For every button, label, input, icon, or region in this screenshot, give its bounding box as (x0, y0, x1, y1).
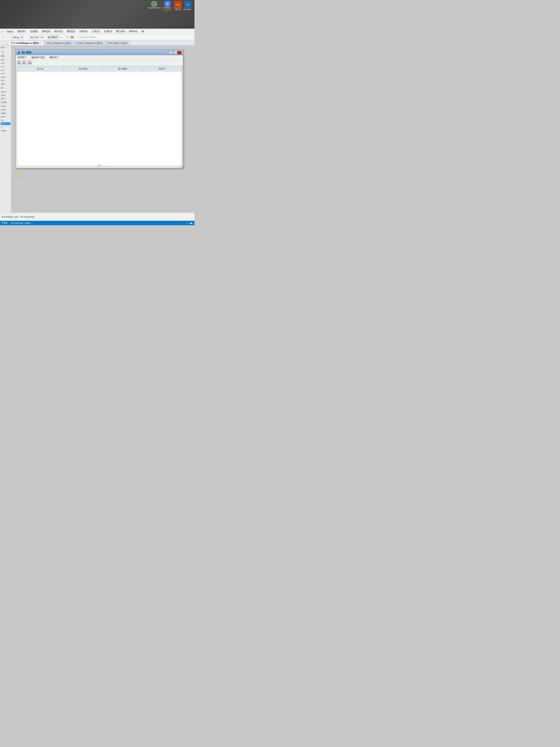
save-icon[interactable]: 💾 (71, 36, 74, 39)
status-icon-play[interactable]: ◀▶ (189, 222, 193, 224)
tab-company[interactable]: Form_company.cs [设计] (44, 41, 73, 45)
sidebar-item-ytim[interactable]: yTim (1, 94, 10, 97)
sidebar-item-eava[interactable]: e Ava (1, 105, 10, 108)
form-close-btn[interactable]: ✕ (178, 51, 181, 54)
grid-body (17, 71, 182, 165)
menu-git[interactable]: Git(G) (6, 30, 14, 33)
pause-icon[interactable]: ⏸ (60, 36, 63, 39)
menu-test[interactable]: 测试(S) (66, 29, 76, 33)
sidebar-item-work[interactable]: 工作表 (1, 101, 10, 104)
bottom-item-menustrip[interactable]: ⊞ menuStrip1 (21, 215, 35, 218)
debug-config-select[interactable]: Debug (11, 35, 24, 39)
sidebar-item-tec4[interactable]: te C (1, 69, 10, 72)
toolbar-separator-1: ▾ (8, 36, 9, 38)
main-area: 📌 ✕ 🔍 - 精度 te C te C te C te C te P ate … (0, 46, 194, 212)
sidebar-search[interactable]: 🔍 - (1, 50, 10, 54)
sidebar-item-precision[interactable]: 精度 (1, 54, 10, 58)
sidebar-item-rcs[interactable]: r.CS (1, 122, 10, 125)
vs-ide-window: / Git(G) 项目(P) 生成(B) 调试(D) 格式(O) 测试(S) 分… (0, 29, 194, 225)
taskbar-chrome-icon[interactable]: Google Chrome (148, 1, 161, 11)
sidebar-item-atecs[interactable]: ate.cs (1, 90, 10, 93)
form-title-bar: 🖥 用户管理 — □ ✕ (16, 50, 183, 55)
designed-form[interactable]: 🖥 用户管理 — □ ✕ 新增用户 编辑用户信息 删除用户 (15, 50, 183, 168)
tab-login-label: Form_login.cs [设计 (107, 42, 127, 45)
menu-debug[interactable]: 调试(D) (41, 29, 51, 33)
sidebar-pin-icon: 📌 (1, 47, 3, 49)
sidebar-item-lcs[interactable]: l.cs (1, 119, 10, 122)
start-button[interactable]: ▶ 启动 ▾ (47, 35, 59, 39)
menu-analyze[interactable]: 分析(N) (78, 29, 88, 33)
form-window-controls: — □ ✕ (169, 51, 181, 54)
sidebar-item-dea[interactable]: Dea (1, 97, 10, 100)
sidebar-item-tec1[interactable]: te C (1, 58, 10, 61)
sidebar-item-ema[interactable]: e MA: (1, 108, 10, 111)
tab-usermnager[interactable]: 📌 F_UserManger.cs [设计] ✕ (8, 41, 44, 45)
grid-col-username: 用户名 (17, 67, 63, 71)
svg-point-4 (28, 61, 30, 63)
sidebar-item-system[interactable]: systen (1, 129, 10, 132)
sidebar-item-s[interactable]: s (1, 126, 10, 129)
menu-help[interactable]: 帮助(H) (128, 29, 138, 33)
form-tool-deleteuser-btn[interactable] (27, 60, 32, 65)
tabs-bar: 📌 F_UserManger.cs [设计] ✕ Form_company.cs… (0, 40, 194, 46)
form-menu-adduser[interactable]: 新增用户 (17, 55, 27, 59)
form-toolbar-strip (16, 60, 183, 66)
desktop-top: Google Chrome W 1-windows... 正在运行 ROQ ■R… (0, 0, 194, 29)
form-menu-edituser[interactable]: 编辑用户信息 (30, 55, 46, 59)
toolbar-sep-2: ▾ (25, 36, 26, 39)
form-tool-adduser-btn[interactable] (17, 60, 21, 65)
form-tool-edituser-btn[interactable] (22, 60, 27, 65)
resize-square[interactable] (99, 165, 100, 166)
form-minimize-btn[interactable]: — (169, 51, 173, 54)
form-title-icon: 🖥 (18, 51, 20, 54)
menu-format[interactable]: 格式(O) (54, 29, 64, 33)
form-menu-strip: 新增用户 编辑用户信息 删除用户 (16, 55, 183, 60)
app-workstation-icon[interactable]: WS Workstati... (183, 1, 192, 11)
app-roq-icon[interactable]: ROQ ■ROQ (174, 1, 182, 11)
status-icon-list[interactable]: ≡ (187, 222, 188, 224)
start-dropdown[interactable]: ▾ (56, 36, 57, 38)
sidebar-item-tep2[interactable]: te P (1, 79, 10, 82)
resize-corner[interactable] (181, 166, 183, 168)
menu-build[interactable]: 生成(B) (29, 29, 39, 33)
sidebar-item-tec3[interactable]: te C (1, 65, 10, 68)
tab-addcompany[interactable]: F_Add_Company.cs [设计] (74, 41, 105, 45)
open-file-icon[interactable]: 📂 (66, 36, 69, 39)
status-hotreload-label: 热重装 (2, 222, 8, 225)
menu-window[interactable]: 窗口(W) (115, 29, 126, 33)
bottom-item-toolstrip[interactable]: ⊞ toolStrip_User (2, 215, 19, 218)
designer-area: 🖥 用户管理 — □ ✕ 新增用户 编辑用户信息 删除用户 (11, 46, 194, 212)
sidebar-item-atep1[interactable]: ate P (1, 76, 10, 79)
cpu-select[interactable]: Any CPU (28, 35, 44, 39)
sidebar-pin-area: 📌 ✕ (1, 47, 10, 49)
undo-icon[interactable]: ↩ (2, 36, 4, 39)
menu-search[interactable]: 搜 (141, 29, 145, 33)
menu-extend[interactable]: 扩展(X) (103, 29, 113, 33)
form-menu-deleteuser[interactable]: 删除用户 (49, 55, 59, 59)
form-resize-handle[interactable] (16, 165, 183, 166)
data-grid[interactable]: 用户名 用户密码 用户权限 手机号 (17, 67, 182, 166)
form-maximize-btn[interactable]: □ (174, 51, 177, 54)
tab-login[interactable]: Form_login.cs [设计 (105, 41, 130, 45)
sidebar-close-icon[interactable]: ✕ (3, 47, 5, 49)
sidebar-item-mplec[interactable]: mple.c (1, 112, 10, 115)
status-right-icons: ≡ ◀▶ (187, 222, 193, 224)
sidebar-item-tep1[interactable]: te P (1, 72, 10, 75)
grid-col-phone: 手机号 (142, 67, 182, 71)
menu-tools[interactable]: 工具(T) (91, 29, 101, 33)
tab-usermanger-close[interactable]: ✕ (40, 42, 41, 44)
redo-icon[interactable]: ↪ (5, 36, 7, 39)
taskbar-window-icon[interactable]: W 1-windows... 正在运行 (162, 1, 172, 11)
sidebar-item-atep2[interactable]: ate P (1, 83, 10, 85)
grid-header: 用户名 用户密码 用户权限 手机号 (17, 67, 182, 71)
sidebar-item-back[interactable]: 回 (1, 86, 10, 90)
menu-slash[interactable]: / (1, 30, 3, 33)
table-row[interactable] (17, 71, 182, 76)
toolbar: ↩ ↪ ▾ Debug ▾ Any CPU ▶ 启动 ▾ ⏸ 📂 💾 ✦ ☰ ⊞… (0, 34, 194, 40)
toolbar-separator-3 (45, 35, 46, 39)
left-sidebar: 📌 ✕ 🔍 - 精度 te C te C te C te C te P ate … (0, 46, 11, 212)
sidebar-item-tec2[interactable]: te C (1, 62, 10, 65)
sidebar-item-alcs[interactable]: al.cs (1, 115, 10, 118)
start-label: 启动 (51, 36, 56, 39)
menu-project[interactable]: 项目(P) (17, 29, 26, 33)
